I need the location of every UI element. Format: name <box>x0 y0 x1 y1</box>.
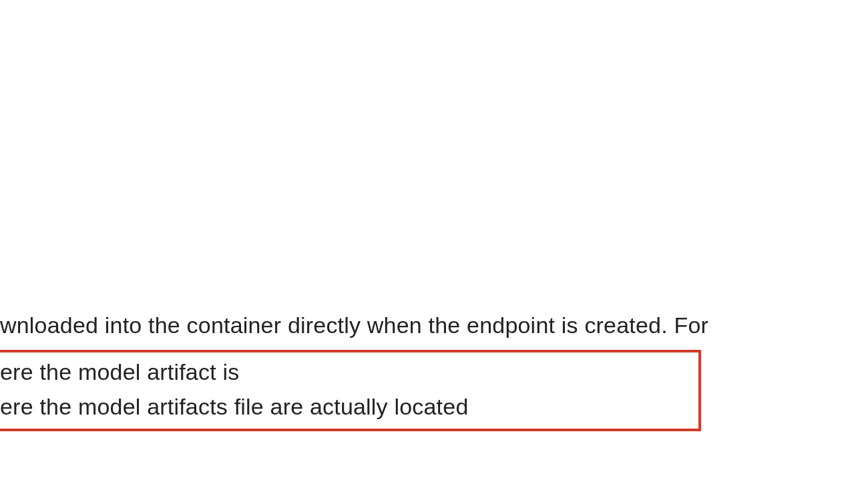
highlighted-text-line: ere the model artifact is <box>0 359 239 385</box>
body-text-line: wnloaded into the container directly whe… <box>0 312 708 338</box>
highlight-annotation-box: ere the model artifact is ere the model … <box>0 350 701 431</box>
highlighted-text-line: ere the model artifacts file are actuall… <box>0 394 469 420</box>
